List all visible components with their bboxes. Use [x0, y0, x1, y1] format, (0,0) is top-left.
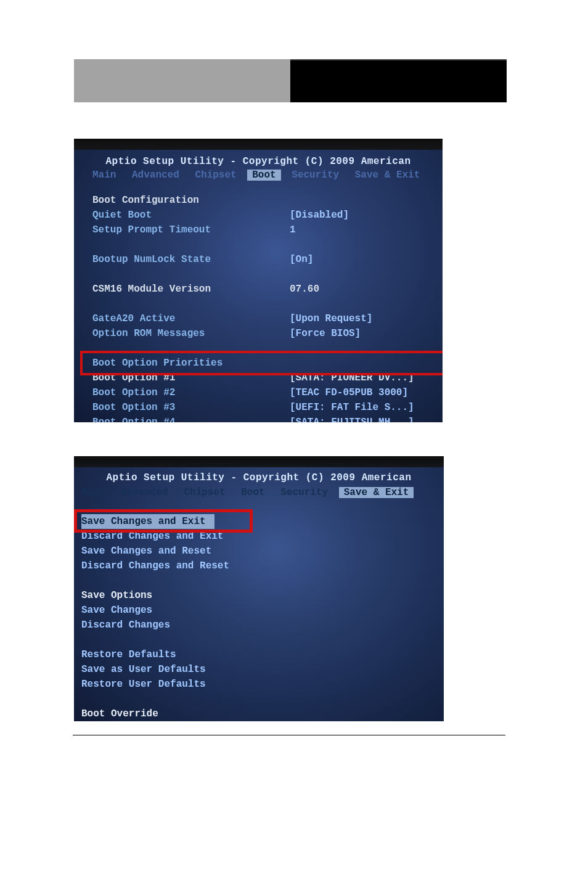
- tab-security[interactable]: Security: [287, 170, 344, 181]
- bios-screenshot-save-exit-tab: Aptio Setup Utility - Copyright (C) 2009…: [74, 456, 444, 721]
- setting-label: GateA20 Active: [92, 311, 290, 326]
- header-left-cell: [74, 59, 290, 102]
- tab-chipset[interactable]: Chipset: [190, 170, 241, 181]
- blank-row: [92, 237, 438, 252]
- tab-advanced[interactable]: Advanced: [116, 487, 173, 498]
- monitor-bezel: [74, 139, 443, 150]
- menu-group: Boot Override UEFI: FAT File System: [81, 706, 439, 721]
- blank-row: [92, 297, 438, 311]
- setting-value: [Force BIOS]: [290, 326, 361, 341]
- blank-row: [81, 692, 439, 706]
- setting-row[interactable]: Setup Prompt Timeout 1: [92, 223, 438, 237]
- blank-row: [81, 632, 439, 647]
- tab-advanced[interactable]: Advanced: [127, 170, 184, 181]
- group-heading-save-options: Save Options: [81, 588, 439, 603]
- tab-chipset[interactable]: Chipset: [179, 487, 230, 498]
- setting-label: Option ROM Messages: [92, 326, 290, 341]
- boot-option-value: [SATA: PIONEER DV...]: [290, 370, 414, 385]
- tab-main[interactable]: Main: [76, 487, 110, 498]
- bios-content: Save Changes and Exit Discard Changes an…: [81, 514, 439, 721]
- bios-title: Aptio Setup Utility - Copyright (C) 2009…: [74, 156, 443, 167]
- setting-value: [On]: [290, 252, 313, 267]
- menu-item-save-changes-exit[interactable]: Save Changes and Exit: [81, 514, 214, 529]
- blank-row: [81, 573, 439, 588]
- setting-label: Quiet Boot: [92, 208, 290, 223]
- section-heading: Boot Option Priorities: [92, 356, 438, 370]
- boot-option-label: Boot Option #2: [92, 385, 290, 400]
- bios-content: Boot Configuration Quiet Boot [Disabled]…: [92, 193, 438, 422]
- setting-row[interactable]: Bootup NumLock State [On]: [92, 252, 438, 267]
- setting-row[interactable]: Option ROM Messages [Force BIOS]: [92, 326, 438, 341]
- page-header-bar: [74, 59, 507, 102]
- boot-option-row-3[interactable]: Boot Option #3 [UEFI: FAT File S...]: [92, 400, 438, 415]
- tab-boot[interactable]: Boot: [247, 170, 280, 181]
- setting-value: 07.60: [290, 282, 319, 297]
- setting-label: Setup Prompt Timeout: [92, 223, 290, 237]
- setting-row: CSM16 Module Verison 07.60: [92, 282, 438, 297]
- boot-option-label: Boot Option #3: [92, 400, 290, 415]
- boot-option-row-4[interactable]: Boot Option #4 [SATA: FUJITSU MH...]: [92, 415, 438, 422]
- tab-save-exit[interactable]: Save & Exit: [350, 170, 425, 181]
- boot-option-value: [UEFI: FAT File S...]: [290, 400, 414, 415]
- menu-item-save-user-defaults[interactable]: Save as User Defaults: [81, 662, 439, 677]
- setting-value: [Upon Request]: [290, 311, 372, 326]
- setting-label: Bootup NumLock State: [92, 252, 290, 267]
- tab-main[interactable]: Main: [88, 170, 121, 181]
- boot-option-label: Boot Option #4: [92, 415, 290, 422]
- section-heading: Boot Configuration: [92, 193, 438, 208]
- menu-group: Save Changes and Exit Discard Changes an…: [81, 514, 439, 573]
- boot-option-label: Boot Option #1: [92, 370, 290, 385]
- bios-tabbar: Main Advanced Chipset Boot Security Save…: [76, 487, 444, 501]
- setting-row[interactable]: GateA20 Active [Upon Request]: [92, 311, 438, 326]
- menu-item-discard-changes-exit[interactable]: Discard Changes and Exit: [81, 529, 439, 544]
- boot-option-row-2[interactable]: Boot Option #2 [TEAC FD-05PUB 3000]: [92, 385, 438, 400]
- menu-item-discard-changes[interactable]: Discard Changes: [81, 618, 439, 632]
- setting-label: CSM16 Module Verison: [92, 282, 290, 297]
- boot-configuration-heading: Boot Configuration: [92, 193, 290, 208]
- header-right-cell: [290, 59, 507, 102]
- bios-tabbar: Main Advanced Chipset Boot Security Save…: [88, 170, 443, 183]
- setting-row[interactable]: Quiet Boot [Disabled]: [92, 208, 438, 223]
- boot-priorities-heading: Boot Option Priorities: [92, 356, 290, 370]
- page-footer-rule: [73, 735, 505, 735]
- menu-item-restore-user-defaults[interactable]: Restore User Defaults: [81, 677, 439, 692]
- blank-row: [92, 341, 438, 356]
- bios-title: Aptio Setup Utility - Copyright (C) 2009…: [74, 472, 444, 483]
- blank-row: [92, 267, 438, 282]
- menu-group: Restore Defaults Save as User Defaults R…: [81, 647, 439, 692]
- boot-option-value: [SATA: FUJITSU MH...]: [290, 415, 414, 422]
- bios-screenshot-boot-tab: Aptio Setup Utility - Copyright (C) 2009…: [74, 139, 443, 422]
- menu-item-discard-changes-reset[interactable]: Discard Changes and Reset: [81, 559, 439, 573]
- tab-boot[interactable]: Boot: [236, 487, 269, 498]
- setting-value: 1: [290, 223, 296, 237]
- menu-item-restore-defaults[interactable]: Restore Defaults: [81, 647, 439, 662]
- setting-value: [Disabled]: [290, 208, 349, 223]
- tab-save-exit[interactable]: Save & Exit: [339, 487, 414, 498]
- boot-option-value: [TEAC FD-05PUB 3000]: [290, 385, 408, 400]
- group-heading-boot-override: Boot Override: [81, 706, 439, 721]
- menu-item-save-changes[interactable]: Save Changes: [81, 603, 439, 618]
- menu-item-save-changes-reset[interactable]: Save Changes and Reset: [81, 544, 439, 559]
- monitor-bezel: [74, 456, 444, 467]
- tab-security[interactable]: Security: [276, 487, 333, 498]
- boot-option-row-1[interactable]: Boot Option #1 [SATA: PIONEER DV...]: [92, 370, 438, 385]
- menu-group: Save Options Save Changes Discard Change…: [81, 588, 439, 632]
